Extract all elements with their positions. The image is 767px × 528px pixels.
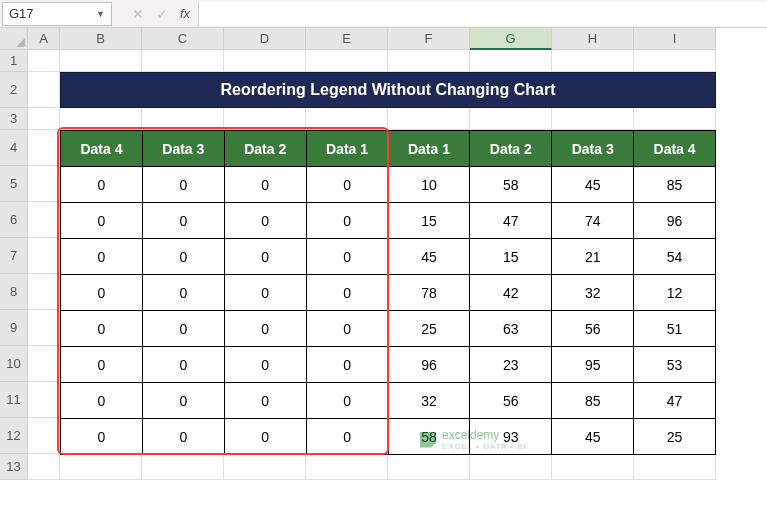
cell-B13[interactable] (60, 454, 142, 480)
table-cell[interactable]: 0 (142, 311, 224, 347)
table-header[interactable]: Data 4 (634, 131, 716, 167)
table-cell[interactable]: 0 (224, 419, 306, 455)
cell-D13[interactable] (224, 454, 306, 480)
cell-E13[interactable] (306, 454, 388, 480)
column-header-F[interactable]: F (388, 28, 470, 50)
cell-F3[interactable] (388, 108, 470, 130)
cell-A5[interactable] (28, 166, 60, 202)
row-header-1[interactable]: 1 (0, 50, 28, 72)
column-header-D[interactable]: D (224, 28, 306, 50)
grid[interactable]: Reordering Legend Without Changing Chart… (28, 50, 716, 480)
table-header[interactable]: Data 1 (388, 131, 470, 167)
column-header-C[interactable]: C (142, 28, 224, 50)
cell-E3[interactable] (306, 108, 388, 130)
table-cell[interactable]: 56 (552, 311, 634, 347)
table-header[interactable]: Data 4 (61, 131, 143, 167)
table-cell[interactable]: 10 (388, 167, 470, 203)
table-cell[interactable]: 0 (142, 275, 224, 311)
cell-I13[interactable] (634, 454, 716, 480)
table-cell[interactable]: 96 (634, 203, 716, 239)
cell-C3[interactable] (142, 108, 224, 130)
table-cell[interactable]: 15 (470, 239, 552, 275)
table-cell[interactable]: 56 (470, 383, 552, 419)
cell-A8[interactable] (28, 274, 60, 310)
table-cell[interactable]: 74 (552, 203, 634, 239)
cancel-icon[interactable]: ✕ (132, 6, 144, 22)
row-header-2[interactable]: 2 (0, 72, 28, 108)
column-header-H[interactable]: H (552, 28, 634, 50)
cell-G1[interactable] (470, 50, 552, 72)
cell-H13[interactable] (552, 454, 634, 480)
table-cell[interactable]: 21 (552, 239, 634, 275)
table-cell[interactable]: 0 (224, 383, 306, 419)
row-header-9[interactable]: 9 (0, 310, 28, 346)
table-cell[interactable]: 78 (388, 275, 470, 311)
table-cell[interactable]: 0 (61, 275, 143, 311)
cell-I1[interactable] (634, 50, 716, 72)
table-cell[interactable]: 15 (388, 203, 470, 239)
table-cell[interactable]: 0 (224, 311, 306, 347)
table-cell[interactable]: 0 (306, 167, 388, 203)
table-header[interactable]: Data 3 (142, 131, 224, 167)
table-cell[interactable]: 0 (306, 311, 388, 347)
table-cell[interactable]: 0 (142, 383, 224, 419)
table-cell[interactable]: 0 (142, 347, 224, 383)
formula-input[interactable] (198, 2, 767, 26)
table-cell[interactable]: 0 (224, 167, 306, 203)
table-cell[interactable]: 0 (142, 239, 224, 275)
select-all-corner[interactable] (0, 28, 28, 50)
table-header[interactable]: Data 2 (224, 131, 306, 167)
cell-A7[interactable] (28, 238, 60, 274)
table-cell[interactable]: 96 (388, 347, 470, 383)
table-cell[interactable]: 85 (552, 383, 634, 419)
cell-F1[interactable] (388, 50, 470, 72)
table-header[interactable]: Data 1 (306, 131, 388, 167)
name-box[interactable]: G17 ▼ (2, 2, 112, 26)
table-cell[interactable]: 47 (634, 383, 716, 419)
cell-A12[interactable] (28, 418, 60, 454)
column-header-E[interactable]: E (306, 28, 388, 50)
table-cell[interactable]: 0 (142, 167, 224, 203)
table-cell[interactable]: 45 (552, 167, 634, 203)
row-header-13[interactable]: 13 (0, 454, 28, 480)
fx-label[interactable]: fx (180, 6, 190, 21)
cell-A10[interactable] (28, 346, 60, 382)
cell-A9[interactable] (28, 310, 60, 346)
cell-C13[interactable] (142, 454, 224, 480)
column-header-B[interactable]: B (60, 28, 142, 50)
row-header-3[interactable]: 3 (0, 108, 28, 130)
table-cell[interactable]: 25 (388, 311, 470, 347)
table-cell[interactable]: 0 (306, 347, 388, 383)
cell-C1[interactable] (142, 50, 224, 72)
cell-G13[interactable] (470, 454, 552, 480)
row-header-12[interactable]: 12 (0, 418, 28, 454)
table-header[interactable]: Data 3 (552, 131, 634, 167)
row-header-7[interactable]: 7 (0, 238, 28, 274)
cell-H1[interactable] (552, 50, 634, 72)
table-cell[interactable]: 0 (224, 203, 306, 239)
table-cell[interactable]: 0 (306, 203, 388, 239)
table-cell[interactable]: 63 (470, 311, 552, 347)
table-cell[interactable]: 23 (470, 347, 552, 383)
row-header-11[interactable]: 11 (0, 382, 28, 418)
column-header-A[interactable]: A (28, 28, 60, 50)
table-cell[interactable]: 0 (61, 383, 143, 419)
table-cell[interactable]: 58 (470, 167, 552, 203)
table-cell[interactable]: 0 (306, 383, 388, 419)
cell-A3[interactable] (28, 108, 60, 130)
table-cell[interactable]: 51 (634, 311, 716, 347)
cell-A11[interactable] (28, 382, 60, 418)
name-box-dropdown-icon[interactable]: ▼ (96, 9, 105, 19)
row-header-5[interactable]: 5 (0, 166, 28, 202)
table-cell[interactable]: 47 (470, 203, 552, 239)
table-cell[interactable]: 54 (634, 239, 716, 275)
row-header-10[interactable]: 10 (0, 346, 28, 382)
cell-F13[interactable] (388, 454, 470, 480)
table-cell[interactable]: 0 (61, 347, 143, 383)
cell-A2[interactable] (28, 72, 60, 108)
table-cell[interactable]: 0 (142, 203, 224, 239)
row-header-8[interactable]: 8 (0, 274, 28, 310)
cell-B1[interactable] (60, 50, 142, 72)
table-cell[interactable]: 95 (552, 347, 634, 383)
table-cell[interactable]: 0 (306, 239, 388, 275)
